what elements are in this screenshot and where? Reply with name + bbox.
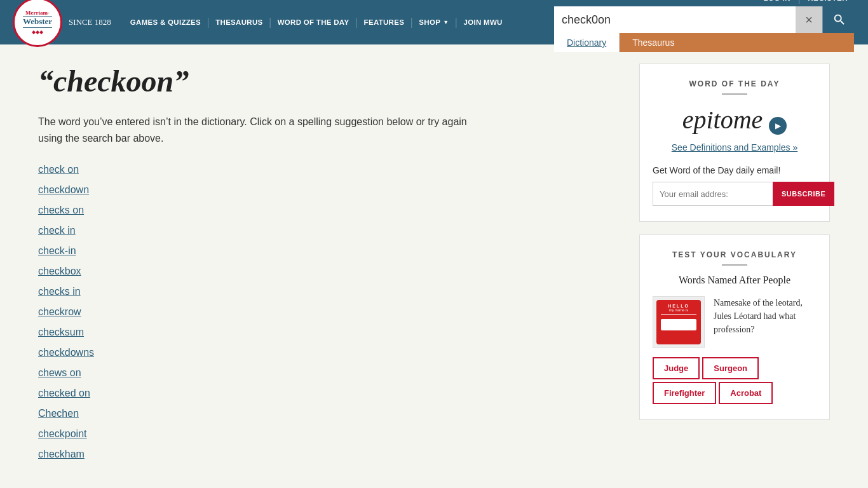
site-header: Merriam- Webster ◆◆◆ SINCE 1828 GAMES & … — [0, 0, 868, 44]
main-nav: GAMES & QUIZZES | THESAURUS | WORD OF TH… — [124, 17, 509, 28]
register-link[interactable]: REGISTER — [800, 0, 855, 2]
vocab-description: Namesake of the leotard, Jules Léotard h… — [714, 296, 817, 336]
search-icon — [832, 13, 846, 27]
vocab-divider — [722, 264, 747, 266]
suggestion-checks-in[interactable]: checks in — [38, 286, 614, 297]
search-input[interactable] — [554, 6, 796, 33]
suggestions-list: check on checkdown checks on check in ch… — [38, 164, 614, 460]
search-button[interactable] — [822, 6, 855, 33]
right-sidebar: WORD OF THE DAY epitome ▶ See Definition… — [639, 64, 830, 469]
wotd-card: WORD OF THE DAY epitome ▶ See Definition… — [639, 64, 830, 222]
shop-arrow-icon: ▼ — [443, 19, 449, 25]
audio-icon: ▶ — [775, 121, 781, 130]
wotd-divider — [722, 93, 747, 95]
nav-features[interactable]: FEATURES — [358, 18, 411, 26]
suggestion-checkdowns[interactable]: checkdowns — [38, 347, 614, 358]
suggestion-checks-on[interactable]: checks on — [38, 205, 614, 216]
search-clear-button[interactable]: × — [796, 6, 822, 33]
logo-circle: Merriam- Webster ◆◆◆ — [13, 0, 62, 47]
quiz-btn-firefighter[interactable]: Firefighter — [653, 382, 716, 404]
vocab-image: HELLO my name is — [653, 296, 705, 348]
quiz-btn-judge[interactable]: Judge — [653, 357, 700, 379]
nav-join[interactable]: JOIN MWU — [458, 18, 509, 26]
vocab-quiz-buttons: Judge Surgeon Firefighter Acrobat — [653, 357, 817, 404]
wotd-audio-button[interactable]: ▶ — [769, 117, 787, 135]
quiz-btn-surgeon[interactable]: Surgeon — [702, 357, 759, 379]
wotd-section-label: WORD OF THE DAY — [653, 79, 817, 88]
nav-games[interactable]: GAMES & QUIZZES — [124, 18, 207, 26]
suggestion-chechen[interactable]: Chechen — [38, 408, 614, 419]
suggestion-chews-on[interactable]: chews on — [38, 367, 614, 379]
nav-thesaurus[interactable]: THESAURUS — [209, 18, 269, 26]
wotd-see-def-link[interactable]: See Definitions and Examples » — [653, 142, 817, 152]
logo[interactable]: Merriam- Webster ◆◆◆ SINCE 1828 — [13, 0, 111, 47]
wotd-word-row: epitome ▶ — [653, 105, 817, 135]
suggestion-check-in-hyphen[interactable]: check-in — [38, 245, 614, 257]
suggestion-checkbox[interactable]: checkbox — [38, 266, 614, 277]
email-input[interactable] — [653, 182, 773, 206]
suggestion-check-in[interactable]: check in — [38, 225, 614, 236]
left-column: “checkoon” The word you’ve entered isn’t… — [38, 64, 614, 469]
since-label: SINCE 1828 — [69, 17, 111, 27]
suggestion-checkham[interactable]: checkham — [38, 449, 614, 460]
quiz-btn-acrobat[interactable]: Acrobat — [719, 382, 773, 404]
wotd-word: epitome — [682, 105, 763, 134]
thesaurus-tab[interactable]: Thesaurus — [620, 33, 854, 52]
suggestion-checked-on[interactable]: checked on — [38, 388, 614, 399]
not-found-message: The word you’ve entered isn’t in the dic… — [38, 114, 483, 146]
suggestion-check-on[interactable]: check on — [38, 164, 614, 175]
subscribe-button[interactable]: SUBSCRIBE — [773, 182, 834, 206]
search-word-heading: “checkoon” — [38, 64, 614, 98]
suggestion-checkdown[interactable]: checkdown — [38, 184, 614, 196]
vocab-title: Words Named After People — [653, 274, 817, 286]
suggestion-checksum[interactable]: checksum — [38, 327, 614, 338]
nav-shop[interactable]: SHOP ▼ — [412, 18, 455, 26]
nav-wotd[interactable]: WORD OF THE DAY — [271, 18, 356, 26]
vocab-card: TEST YOUR VOCABULARY Words Named After P… — [639, 234, 830, 420]
vocab-section-label: TEST YOUR VOCABULARY — [653, 250, 817, 259]
login-link[interactable]: LOG IN — [756, 0, 798, 2]
main-layout: “checkoon” The word you’ve entered isn’t… — [0, 44, 868, 488]
dictionary-tab[interactable]: Dictionary — [554, 33, 620, 52]
suggestion-checkrow[interactable]: checkrow — [38, 306, 614, 318]
suggestion-checkpoint[interactable]: checkpoint — [38, 428, 614, 440]
wotd-email-cta: Get Word of the Day daily email! — [653, 165, 817, 175]
